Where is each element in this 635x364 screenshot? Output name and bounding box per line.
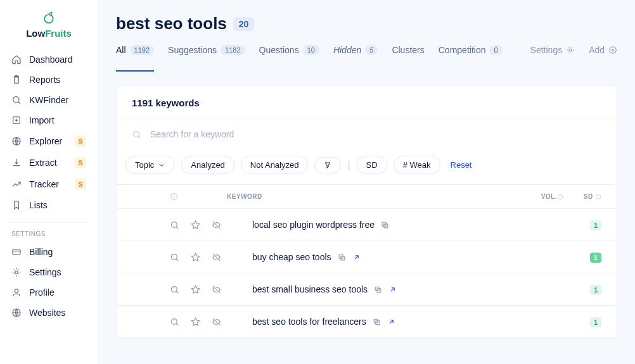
sidebar-item-explorer[interactable]: ExplorerS [5,131,93,151]
search-icon[interactable] [170,253,179,262]
chip-weak[interactable]: # Weak [394,156,440,174]
svg-point-19 [172,254,177,260]
logo[interactable]: LowFruits [0,11,98,39]
sidebar-section-label: SETTINGS [0,230,98,242]
external-link-icon[interactable] [387,318,395,326]
copy-icon[interactable] [373,318,381,326]
sidebar-item-label: Lists [29,200,48,210]
external-link-icon[interactable] [388,286,397,294]
chip-not-analyzed[interactable]: Not Analyzed [241,156,309,174]
sidebar-nav: DashboardReportsKWFinderImportExplorerSE… [0,50,98,215]
table-row[interactable]: best small business seo tools1 [117,273,617,306]
download-icon [11,158,22,168]
page-title-row: best seo tools 20 [116,14,617,34]
sidebar-item-label: Extract [29,158,57,168]
svg-point-10 [569,49,572,51]
tab-suggestions[interactable]: Suggestions1182 [168,45,245,72]
eye-off-icon[interactable] [212,220,221,230]
external-link-icon[interactable] [352,253,361,261]
tab-label: All [116,45,126,55]
sidebar-item-dashboard[interactable]: Dashboard [5,50,93,69]
sidebar-item-websites[interactable]: Websites [5,303,93,322]
star-icon[interactable] [191,220,200,230]
tab-label: Questions [259,45,299,55]
svg-point-22 [172,286,177,292]
reset-link[interactable]: Reset [451,160,472,170]
copy-icon[interactable] [338,253,346,261]
sidebar-item-tracker[interactable]: TrackerS [5,174,93,194]
keyword-text: buy cheap seo tools [252,252,331,262]
sidebar-item-profile[interactable]: Profile [5,283,93,302]
star-icon[interactable] [191,285,200,294]
gear-icon [11,267,22,277]
tab-count: 1182 [221,45,245,55]
svg-point-3 [13,97,19,103]
chip-topic[interactable]: Topic [125,156,175,174]
table-body: local seo plugin wordpress free1buy chea… [117,209,617,338]
star-icon[interactable] [191,253,200,262]
col-header-keyword[interactable]: KEYWORD [227,193,519,200]
sidebar: LowFruits DashboardReportsKWFinderImport… [0,0,98,364]
search-icon[interactable] [170,317,179,327]
sidebar-item-billing[interactable]: Billing [5,242,93,261]
tabs-bar: All1192Suggestions1182Questions10Hidden5… [116,45,617,72]
sd-badge: 1 [590,220,601,230]
sidebar-item-lists[interactable]: Lists [5,196,93,215]
search-icon[interactable] [170,220,179,230]
logo-icon [42,11,55,24]
tab-label: Competition [439,45,486,55]
sidebar-item-extract[interactable]: ExtractS [5,153,93,173]
sidebar-item-label: Reports [29,75,60,85]
search-icon[interactable] [170,285,179,294]
title-count-badge: 20 [233,17,255,31]
search-row [117,120,617,148]
chip-filter[interactable] [314,157,341,173]
clipboard-icon [11,75,22,85]
svg-point-12 [134,131,139,137]
sidebar-item-import[interactable]: Import [5,111,93,130]
tab-label: Hidden [333,45,361,55]
tab-all[interactable]: All1192 [116,45,154,72]
sidebar-item-settings[interactable]: Settings [5,263,93,282]
trend-icon [11,179,22,189]
tab-questions[interactable]: Questions10 [259,45,319,72]
import-icon [11,115,22,125]
badge-s: S [75,135,86,147]
tab-settings[interactable]: Settings [530,45,575,72]
sidebar-item-label: Explorer [29,136,62,146]
table-row[interactable]: best seo tools for freelancers1 [117,306,617,338]
tab-clusters[interactable]: Clusters [392,45,424,72]
plus-circle-icon [608,46,617,54]
col-header-sd[interactable]: SD [584,193,593,200]
search-input[interactable] [150,129,601,139]
copy-icon[interactable] [374,286,382,294]
clock-icon[interactable] [170,192,178,201]
chip-analyzed[interactable]: Analyzed [181,156,234,174]
col-header-vol[interactable]: VOL. [541,193,557,200]
tab-hidden[interactable]: Hidden5 [333,45,378,72]
svg-point-25 [172,318,177,324]
table-row[interactable]: local seo plugin wordpress free1 [117,209,617,241]
copy-icon[interactable] [381,221,389,229]
tab-competition[interactable]: Competition0 [439,45,503,72]
eye-off-icon[interactable] [212,317,221,327]
keywords-card: 1191 keywords Topic Analyzed Not Analyze… [116,85,617,339]
keywords-count-header: 1191 keywords [117,86,617,120]
chip-sd[interactable]: SD [357,156,387,174]
sidebar-item-label: KWFinder [29,95,68,105]
table-row[interactable]: buy cheap seo tools1 [117,241,617,273]
info-icon [595,194,601,200]
eye-off-icon[interactable] [212,253,221,262]
svg-rect-6 [13,249,20,254]
sd-badge: 1 [590,253,601,263]
sidebar-item-label: Billing [29,247,53,257]
search-icon [11,95,22,105]
sidebar-item-kwfinder[interactable]: KWFinder [5,91,93,110]
info-icon [557,194,563,200]
gear-icon [566,46,575,54]
globe-icon [11,136,22,146]
star-icon[interactable] [191,317,200,327]
tab-add[interactable]: Add [589,45,617,72]
eye-off-icon[interactable] [212,285,221,294]
sidebar-item-reports[interactable]: Reports [5,70,93,89]
